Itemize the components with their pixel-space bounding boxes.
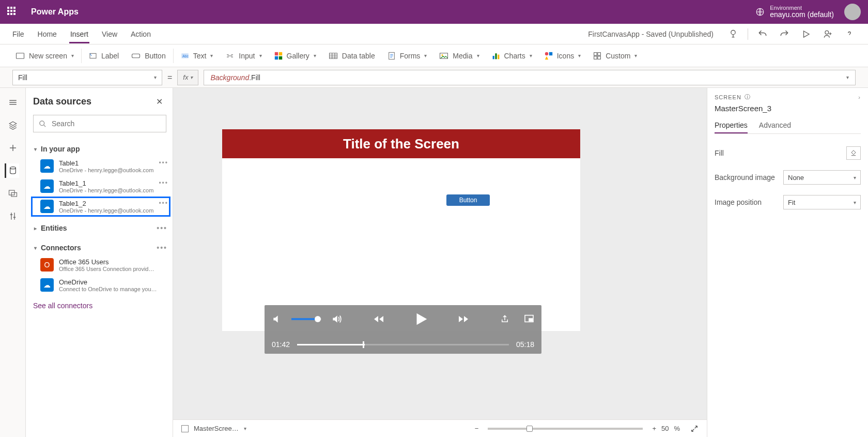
zoom-slider[interactable]	[488, 428, 643, 430]
menu-insert[interactable]: Insert	[69, 25, 89, 43]
more-icon[interactable]: •••	[157, 224, 167, 232]
svg-rect-21	[594, 52, 597, 55]
environment-picker[interactable]: Environment enayu.com (default)	[755, 5, 834, 19]
forward-icon[interactable]	[456, 313, 471, 325]
canvas-button[interactable]: Button	[446, 194, 490, 206]
redo-icon[interactable]	[777, 27, 792, 41]
ribbon-button[interactable]: Button	[125, 44, 172, 67]
globe-icon	[755, 7, 765, 17]
mute-icon[interactable]	[272, 314, 282, 324]
connector-item[interactable]: O Office 365 Users Office 365 Users Conn…	[31, 255, 171, 275]
equals-sign: =	[167, 73, 172, 82]
share-icon[interactable]	[820, 27, 835, 41]
chevron-down-icon[interactable]: ▾	[244, 426, 246, 431]
ribbon-gallery[interactable]: Gallery▾	[268, 44, 322, 67]
info-icon[interactable]: ⓘ	[745, 93, 751, 101]
chevron-down-icon[interactable]: ▾	[846, 74, 849, 80]
data-source-item[interactable]: ☁ Table1 OneDrive - henry.legge@outlook.…	[31, 156, 171, 176]
ribbon-label[interactable]: Label	[83, 44, 125, 67]
add-icon[interactable]	[6, 141, 20, 155]
formula-input[interactable]: Background.Fill ▾	[204, 70, 856, 85]
section-entities[interactable]: ▸ Entities •••	[31, 221, 171, 235]
svg-rect-5	[132, 54, 140, 58]
more-icon[interactable]: •••	[159, 159, 168, 167]
search-input[interactable]	[33, 115, 166, 132]
menu-file[interactable]: File	[11, 25, 25, 43]
undo-icon[interactable]	[755, 27, 770, 41]
more-icon[interactable]: •••	[159, 179, 168, 187]
see-all-connectors[interactable]: See all connectors	[26, 297, 173, 314]
ribbon-media[interactable]: Media▾	[433, 44, 485, 67]
chevron-down-icon: ▾	[34, 146, 37, 152]
section-in-your-app[interactable]: ▾ In your app	[31, 142, 171, 156]
ribbon-icons[interactable]: Icons▾	[538, 44, 587, 67]
screen-name: MasterScreen_3	[715, 104, 861, 113]
ribbon-forms[interactable]: Forms▾	[381, 44, 433, 67]
zoom-out-icon[interactable]: −	[475, 425, 479, 432]
data-sources-panel: Data sources ✕ ▾ In your app ☁ Table1 On…	[26, 88, 173, 437]
data-sources-icon[interactable]	[5, 163, 19, 178]
image-position-select[interactable]: Fit▾	[783, 195, 861, 209]
ribbon-text[interactable]: Abc Text▾	[175, 44, 220, 67]
app-name: Power Apps	[31, 7, 79, 17]
tab-properties[interactable]: Properties	[715, 118, 748, 133]
prop-fill-label: Fill	[715, 149, 724, 157]
svg-rect-30	[529, 319, 532, 321]
document-status: FirstCanvasApp - Saved (Unpublished)	[588, 30, 714, 38]
tab-advanced[interactable]: Advanced	[759, 118, 791, 133]
prop-image-position-label: Image position	[715, 198, 762, 206]
ribbon-new-screen[interactable]: New screen▾	[9, 44, 80, 67]
media-panel-icon[interactable]	[6, 186, 20, 201]
screen-preview[interactable]: Title of the Screen Button	[222, 129, 580, 331]
svg-rect-9	[278, 52, 282, 55]
ribbon-input[interactable]: Input▾	[219, 44, 268, 67]
data-source-item[interactable]: ☁ Table1_1 OneDrive - henry.legge@outloo…	[31, 176, 171, 197]
more-icon[interactable]: •••	[157, 244, 167, 252]
ribbon-charts[interactable]: Charts▾	[486, 44, 538, 67]
property-selector[interactable]: Fill ▾	[12, 70, 162, 85]
close-icon[interactable]: ✕	[152, 94, 166, 109]
play-icon[interactable]	[799, 27, 813, 41]
fill-color-button[interactable]	[846, 146, 861, 160]
bg-image-select[interactable]: None▾	[783, 170, 861, 185]
tree-view-icon[interactable]	[6, 95, 20, 110]
rewind-icon[interactable]	[371, 313, 386, 325]
zoom-value: 50	[661, 425, 669, 432]
ribbon-data-table[interactable]: Data table	[322, 44, 381, 67]
screen-checkbox[interactable]	[181, 425, 189, 432]
app-launcher-icon[interactable]	[7, 7, 18, 17]
fx-button[interactable]: fx▾	[177, 70, 198, 85]
onedrive-icon: ☁	[40, 179, 54, 193]
video-total-time: 05:18	[516, 340, 534, 349]
help-icon[interactable]	[842, 27, 857, 41]
svg-rect-23	[594, 56, 597, 59]
advanced-tools-icon[interactable]	[6, 209, 20, 223]
menu-action[interactable]: Action	[130, 25, 152, 43]
fit-to-window-icon[interactable]	[690, 425, 699, 433]
more-icon[interactable]: •••	[159, 200, 168, 207]
volume-slider[interactable]	[291, 318, 321, 320]
app-checker-icon[interactable]	[726, 27, 740, 41]
avatar[interactable]	[844, 4, 861, 20]
menu-view[interactable]: View	[101, 25, 118, 43]
svg-rect-3	[17, 53, 24, 58]
chevron-down-icon: ▾	[154, 74, 157, 80]
formula-bar: Fill ▾ = fx▾ Background.Fill ▾	[0, 67, 868, 88]
data-source-item-selected[interactable]: ☁ Table1_2 OneDrive - henry.legge@outloo…	[31, 197, 171, 217]
video-current-time: 01:42	[272, 340, 290, 349]
ribbon-custom[interactable]: Custom▾	[587, 44, 643, 67]
video-timeline[interactable]	[297, 344, 509, 345]
share-video-icon[interactable]	[500, 314, 509, 324]
play-icon[interactable]	[412, 310, 430, 328]
pip-icon[interactable]	[524, 314, 534, 324]
connector-item[interactable]: ☁ OneDrive Connect to OneDrive to manage…	[31, 275, 171, 295]
environment-value: enayu.com (default)	[770, 11, 834, 19]
layers-icon[interactable]	[6, 118, 20, 132]
expand-icon[interactable]: ›	[858, 94, 861, 100]
onedrive-icon: ☁	[40, 200, 54, 213]
status-screen-name: MasterScree…	[194, 425, 239, 432]
zoom-in-icon[interactable]: +	[652, 425, 656, 432]
section-connectors[interactable]: ▾ Connectors •••	[31, 240, 171, 255]
menu-home[interactable]: Home	[37, 25, 58, 43]
volume-icon[interactable]	[331, 314, 342, 324]
